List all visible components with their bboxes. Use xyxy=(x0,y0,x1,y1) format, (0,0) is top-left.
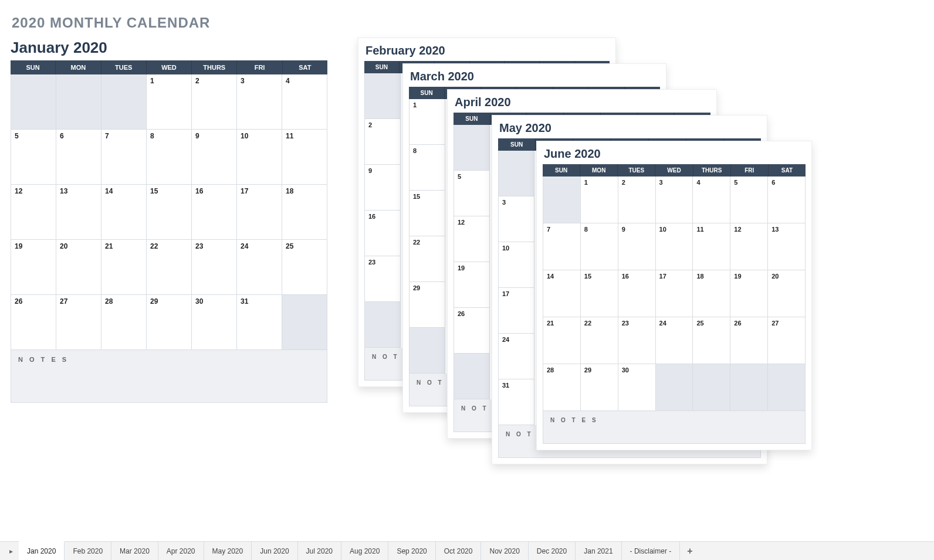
day-cell[interactable] xyxy=(56,74,101,130)
day-cell[interactable] xyxy=(409,328,445,374)
sheet-tab[interactable]: Dec 2020 xyxy=(529,542,576,560)
sheet-tab[interactable]: Oct 2020 xyxy=(436,542,482,560)
day-cell[interactable]: 6 xyxy=(768,177,806,223)
day-cell[interactable]: 10 xyxy=(656,223,693,270)
day-cell[interactable]: 17 xyxy=(498,288,534,334)
day-cell[interactable]: 20 xyxy=(768,270,806,317)
day-cell[interactable]: 1 xyxy=(409,99,445,145)
day-cell[interactable]: 31 xyxy=(498,379,534,425)
day-cell[interactable]: 25 xyxy=(282,240,327,295)
day-cell[interactable] xyxy=(543,177,581,223)
sheet-tab[interactable]: May 2020 xyxy=(204,542,252,560)
day-cell[interactable]: 18 xyxy=(282,185,327,240)
day-cell[interactable]: 5 xyxy=(730,177,768,223)
day-cell[interactable]: 9 xyxy=(618,223,656,270)
day-cell[interactable] xyxy=(693,364,730,411)
day-cell[interactable] xyxy=(656,364,693,411)
day-cell[interactable]: 10 xyxy=(237,130,282,185)
day-cell[interactable]: 14 xyxy=(543,270,581,317)
day-cell[interactable]: 10 xyxy=(498,242,534,288)
day-cell[interactable] xyxy=(454,125,490,171)
day-cell[interactable]: 13 xyxy=(56,185,101,240)
day-cell[interactable]: 31 xyxy=(237,295,282,350)
day-cell[interactable]: 19 xyxy=(730,270,768,317)
day-cell[interactable]: 23 xyxy=(192,240,237,295)
day-cell[interactable]: 28 xyxy=(543,364,581,411)
day-cell[interactable]: 22 xyxy=(581,317,618,364)
day-cell[interactable] xyxy=(454,354,490,399)
day-cell[interactable]: 3 xyxy=(656,177,693,223)
day-cell[interactable]: 4 xyxy=(282,74,327,130)
day-cell[interactable]: 21 xyxy=(543,317,581,364)
day-cell[interactable]: 15 xyxy=(581,270,618,317)
day-cell[interactable]: 24 xyxy=(656,317,693,364)
day-cell[interactable]: 27 xyxy=(56,295,101,350)
day-cell[interactable]: 30 xyxy=(618,364,656,411)
day-cell[interactable]: 23 xyxy=(364,256,401,302)
day-cell[interactable]: 26 xyxy=(11,295,56,350)
day-cell[interactable] xyxy=(101,74,147,130)
day-cell[interactable]: 21 xyxy=(101,240,147,295)
day-cell[interactable]: 3 xyxy=(237,74,282,130)
day-cell[interactable]: 1 xyxy=(581,177,618,223)
day-cell[interactable]: 7 xyxy=(543,223,581,270)
day-cell[interactable]: 12 xyxy=(730,223,768,270)
day-cell[interactable]: 16 xyxy=(192,185,237,240)
day-cell[interactable]: 26 xyxy=(730,317,768,364)
sheet-tab[interactable]: Apr 2020 xyxy=(158,542,204,560)
day-cell[interactable]: 24 xyxy=(498,334,534,379)
day-cell[interactable]: 2 xyxy=(192,74,237,130)
day-cell[interactable]: 19 xyxy=(11,240,56,295)
day-cell[interactable]: 12 xyxy=(11,185,56,240)
day-cell[interactable]: 29 xyxy=(581,364,618,411)
day-cell[interactable]: 30 xyxy=(192,295,237,350)
day-cell[interactable]: 15 xyxy=(147,185,192,240)
day-cell[interactable]: 28 xyxy=(101,295,147,350)
day-cell[interactable]: 27 xyxy=(768,317,806,364)
notes-section[interactable]: N O T E S xyxy=(543,411,806,444)
day-cell[interactable]: 20 xyxy=(56,240,101,295)
day-cell[interactable]: 9 xyxy=(192,130,237,185)
sheet-tab[interactable]: Feb 2020 xyxy=(65,542,111,560)
tab-nav-prev[interactable]: ▸ xyxy=(4,542,19,560)
day-cell[interactable]: 1 xyxy=(147,74,192,130)
day-cell[interactable]: 23 xyxy=(618,317,656,364)
day-cell[interactable]: 8 xyxy=(409,145,445,191)
sheet-tab[interactable]: Jan 2020 xyxy=(19,541,65,560)
day-cell[interactable]: 22 xyxy=(409,236,445,282)
day-cell[interactable]: 9 xyxy=(364,165,401,211)
day-cell[interactable]: 25 xyxy=(693,317,730,364)
day-cell[interactable] xyxy=(282,295,327,350)
day-cell[interactable]: 2 xyxy=(364,119,401,165)
day-cell[interactable]: 18 xyxy=(693,270,730,317)
sheet-tab[interactable]: Aug 2020 xyxy=(341,542,388,560)
day-cell[interactable]: 4 xyxy=(693,177,730,223)
day-cell[interactable]: 3 xyxy=(498,196,534,242)
notes-section[interactable]: N O T E S xyxy=(11,350,327,403)
day-cell[interactable]: 16 xyxy=(618,270,656,317)
day-cell[interactable] xyxy=(364,302,401,348)
sheet-tab[interactable]: Sep 2020 xyxy=(388,542,435,560)
day-cell[interactable]: 17 xyxy=(237,185,282,240)
day-cell[interactable] xyxy=(498,151,534,196)
day-cell[interactable]: 22 xyxy=(147,240,192,295)
day-cell[interactable] xyxy=(364,73,401,119)
day-cell[interactable]: 17 xyxy=(656,270,693,317)
day-cell[interactable] xyxy=(768,364,806,411)
day-cell[interactable]: 14 xyxy=(101,185,147,240)
sheet-tab[interactable]: Nov 2020 xyxy=(481,542,528,560)
day-cell[interactable]: 24 xyxy=(237,240,282,295)
day-cell[interactable]: 2 xyxy=(618,177,656,223)
add-sheet-button[interactable]: + xyxy=(680,542,699,560)
sheet-tab[interactable]: Jan 2021 xyxy=(576,542,621,560)
day-cell[interactable]: 5 xyxy=(454,171,490,216)
day-cell[interactable]: 11 xyxy=(282,130,327,185)
day-cell[interactable]: 15 xyxy=(409,191,445,236)
day-cell[interactable]: 13 xyxy=(768,223,806,270)
sheet-tab[interactable]: Jun 2020 xyxy=(252,542,297,560)
day-cell[interactable]: 29 xyxy=(409,282,445,328)
sheet-tab[interactable]: Mar 2020 xyxy=(111,542,158,560)
day-cell[interactable] xyxy=(730,364,768,411)
day-cell[interactable]: 29 xyxy=(147,295,192,350)
day-cell[interactable]: 8 xyxy=(147,130,192,185)
